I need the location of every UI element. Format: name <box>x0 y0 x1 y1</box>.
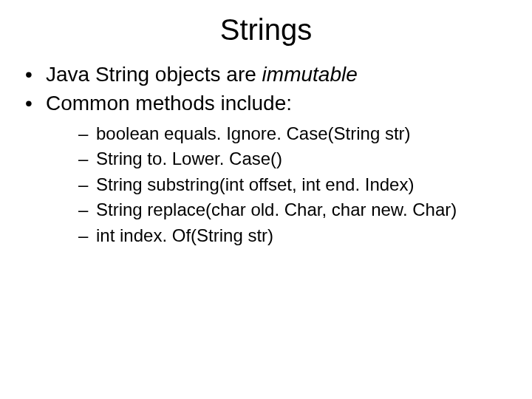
bullet-text-emphasis: immutable <box>262 63 358 86</box>
bullet-item: Java String objects are immutable <box>25 61 532 87</box>
sub-bullet-item: String substring(int offset, int end. In… <box>78 173 532 197</box>
bullet-item: Common methods include: boolean equals. … <box>25 90 532 248</box>
sub-bullet-text: String substring(int offset, int end. In… <box>96 174 414 194</box>
sub-bullet-text: boolean equals. Ignore. Case(String str) <box>96 123 411 143</box>
sub-bullet-text: int index. Of(String str) <box>96 225 273 245</box>
sub-bullet-list: boolean equals. Ignore. Case(String str)… <box>46 122 532 248</box>
sub-bullet-text: String replace(char old. Char, char new.… <box>96 200 457 219</box>
bullet-text-prefix: Java String objects are <box>46 63 262 86</box>
sub-bullet-item: String replace(char old. Char, char new.… <box>78 198 532 222</box>
slide: Strings Java String objects are immutabl… <box>0 0 532 399</box>
sub-bullet-item: boolean equals. Ignore. Case(String str) <box>78 122 532 146</box>
bullet-list: Java String objects are immutable Common… <box>0 61 532 248</box>
sub-bullet-text: String to. Lower. Case() <box>96 149 282 168</box>
sub-bullet-item: String to. Lower. Case() <box>78 147 532 171</box>
slide-title: Strings <box>0 0 532 61</box>
bullet-text-prefix: Common methods include: <box>46 92 292 115</box>
sub-bullet-item: int index. Of(String str) <box>78 224 532 248</box>
